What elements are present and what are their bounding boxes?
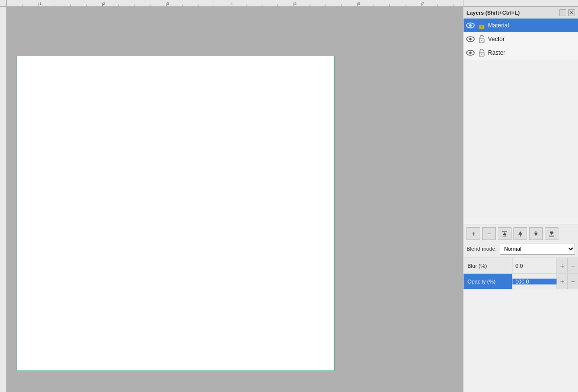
- blur-label: Blur (%): [464, 258, 512, 273]
- svg-point-38: [469, 24, 472, 27]
- svg-point-45: [467, 39, 467, 40]
- svg-point-39: [467, 25, 467, 26]
- layers-list: Material: [464, 19, 578, 121]
- svg-marker-58: [518, 231, 522, 235]
- opacity-decrease-button[interactable]: −: [567, 274, 578, 289]
- layer-name-vector: Vector: [488, 36, 576, 43]
- svg-text:1: 1: [39, 1, 41, 6]
- layer-visibility-raster[interactable]: [466, 48, 475, 58]
- layers-close-btn[interactable]: ✕: [568, 9, 575, 16]
- layers-title-bar: Layers (Shift+Ctrl+L) ─ ✕: [464, 7, 578, 19]
- layer-name-material: Material: [488, 22, 576, 29]
- layers-bottom-spacer: [464, 289, 578, 392]
- ruler-right-spacer: [463, 0, 578, 7]
- svg-marker-60: [534, 233, 538, 236]
- layer-item-raster[interactable]: Raster: [464, 46, 578, 60]
- opacity-label: Opacity (%): [464, 274, 512, 289]
- blur-increase-button[interactable]: +: [556, 258, 567, 273]
- svg-text:3: 3: [167, 1, 169, 6]
- svg-point-44: [469, 38, 472, 41]
- layers-panel: Layers (Shift+Ctrl+L) ─ ✕: [463, 7, 578, 392]
- svg-text:4: 4: [230, 1, 233, 6]
- svg-point-50: [469, 52, 472, 54]
- ruler-horizontal: 1 2 3 4 5 6 7: [7, 0, 463, 7]
- layer-item-vector[interactable]: Vector: [464, 32, 578, 46]
- opacity-value[interactable]: 100.0: [512, 279, 556, 284]
- layer-item-material[interactable]: Material: [464, 19, 578, 32]
- svg-text:2: 2: [103, 1, 105, 6]
- svg-point-52: [473, 52, 474, 53]
- svg-point-46: [473, 39, 474, 40]
- layer-visibility-vector[interactable]: [466, 34, 475, 44]
- opacity-row: Opacity (%) 100.0 + −: [464, 274, 578, 289]
- layers-minimize-btn[interactable]: ─: [559, 9, 566, 16]
- layer-visibility-material[interactable]: [466, 21, 475, 30]
- layer-name-raster: Raster: [488, 49, 576, 56]
- raise-to-top-button[interactable]: [498, 227, 511, 240]
- svg-text:6: 6: [358, 1, 360, 6]
- canvas-area[interactable]: [7, 7, 463, 392]
- svg-point-48: [481, 40, 483, 42]
- layer-lock-material[interactable]: [477, 21, 486, 30]
- layers-title: Layers (Shift+Ctrl+L): [467, 10, 520, 16]
- raise-button[interactable]: [513, 227, 527, 240]
- ruler-corner: [0, 0, 7, 7]
- ruler-vertical: [0, 7, 7, 392]
- blur-value[interactable]: 0.0: [512, 263, 556, 269]
- svg-point-54: [481, 54, 483, 55]
- layer-properties: Blur (%) 0.0 + − Opacity (%) 100.0 + −: [464, 258, 578, 289]
- layer-lock-vector[interactable]: [477, 35, 486, 44]
- canvas-page: [17, 56, 334, 371]
- svg-point-42: [481, 26, 483, 28]
- blend-mode-row: Blend mode: Normal Multiply Screen Overl…: [467, 243, 575, 255]
- remove-layer-button[interactable]: −: [482, 227, 496, 240]
- svg-text:5: 5: [294, 1, 296, 6]
- layers-controls: + −: [464, 224, 578, 258]
- blur-decrease-button[interactable]: −: [567, 258, 578, 273]
- layers-empty-space: [464, 121, 578, 224]
- blend-mode-select[interactable]: Normal Multiply Screen Overlay Darken Li…: [500, 243, 575, 255]
- lower-to-bottom-button[interactable]: [545, 227, 558, 240]
- add-layer-button[interactable]: +: [467, 227, 480, 240]
- svg-text:7: 7: [422, 1, 424, 6]
- blend-mode-wrapper[interactable]: Normal Multiply Screen Overlay Darken Li…: [500, 243, 575, 255]
- opacity-increase-button[interactable]: +: [556, 274, 567, 289]
- blur-row: Blur (%) 0.0 + −: [464, 258, 578, 274]
- lower-button[interactable]: [529, 227, 543, 240]
- blend-mode-label: Blend mode:: [467, 246, 497, 252]
- svg-point-51: [467, 52, 467, 53]
- svg-point-40: [473, 25, 474, 26]
- layer-action-buttons: + −: [467, 227, 575, 240]
- layer-lock-raster[interactable]: [477, 48, 486, 57]
